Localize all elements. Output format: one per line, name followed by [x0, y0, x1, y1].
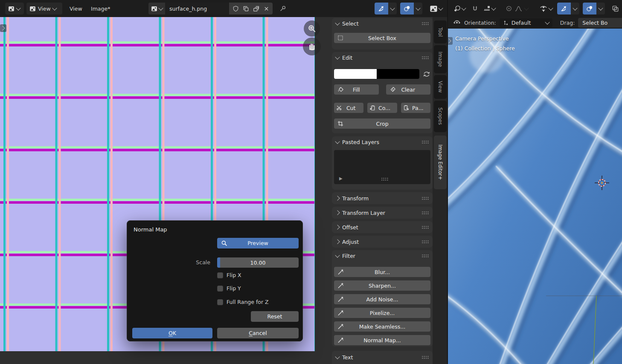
overlays-toggle[interactable]	[400, 3, 422, 14]
paste-button[interactable]: Pa...	[401, 103, 430, 113]
snap-with-dropdown[interactable]	[480, 3, 498, 14]
flip-y-label: Flip Y	[227, 285, 241, 292]
panel-select: Select Select Box	[332, 18, 433, 49]
panel-adjust-header[interactable]: Adjust	[332, 236, 433, 248]
orientation-dropdown[interactable]: Default	[500, 18, 552, 27]
viewport-3d[interactable]: Camera Perspective (1) Collection | Sphe…	[448, 29, 622, 364]
image-name-field[interactable]: surface_h.png	[165, 3, 229, 14]
display-channels-dropdown[interactable]	[427, 3, 445, 14]
grip-handle[interactable]	[421, 211, 429, 214]
tab-image-editor-plus[interactable]: Image Editor+	[434, 136, 447, 189]
gizmo-arrow-icon[interactable]	[375, 3, 388, 14]
render-passes-button[interactable]	[609, 3, 622, 14]
copy-button[interactable]: Co...	[367, 103, 397, 113]
filter-pixelize-button[interactable]: Pixelize...	[334, 308, 430, 318]
swap-colors-icon[interactable]	[423, 70, 430, 78]
filter-normal-map-button[interactable]: Normal Map...	[334, 335, 430, 345]
panel-edit-header[interactable]: Edit	[332, 52, 433, 63]
gizmo-dropdown[interactable]	[388, 3, 397, 14]
wand-icon	[337, 283, 344, 289]
flip-x-checkbox[interactable]	[217, 272, 223, 278]
pivot-point-dropdown[interactable]	[451, 3, 468, 14]
grip-handle[interactable]	[421, 254, 429, 257]
cursor-3d-icon[interactable]	[594, 175, 610, 191]
filter-sharpen-button[interactable]: Sharpen...	[334, 280, 430, 291]
panel-offset-header[interactable]: Offset	[332, 221, 433, 233]
panel-offset: Offset	[332, 221, 433, 233]
preview-button[interactable]: Preview	[217, 238, 299, 248]
mode-selector[interactable]: View	[26, 3, 62, 14]
viewport-overlays-toggle[interactable]	[583, 3, 605, 14]
fake-user-shield-icon[interactable]	[231, 3, 240, 14]
panel-title: Select	[342, 20, 359, 27]
pan-hand-nav-button[interactable]	[303, 38, 321, 55]
tab-image[interactable]: Image	[434, 45, 447, 73]
flip-y-checkbox[interactable]	[217, 286, 223, 292]
new-image-copy-icon[interactable]	[241, 3, 250, 14]
ok-button[interactable]: OK	[132, 328, 212, 338]
fill-button[interactable]: Fill	[334, 84, 379, 95]
scale-slider[interactable]: 10.00	[217, 257, 299, 268]
viewport-gizmo-dropdown[interactable]	[571, 3, 579, 14]
toolbar-toggle-arrow[interactable]	[0, 24, 6, 32]
crop-button[interactable]: Crop	[334, 118, 430, 129]
full-range-checkbox[interactable]	[217, 299, 223, 305]
wand-icon	[337, 296, 344, 303]
viewport-gizmos-toggle[interactable]	[557, 3, 579, 14]
menu-view[interactable]: View	[67, 3, 85, 14]
sidebar-toggle-arrow[interactable]	[448, 37, 453, 45]
secondary-color-swatch[interactable]	[377, 69, 419, 79]
pasted-layers-list[interactable]: ▶	[334, 150, 430, 184]
grip-handle[interactable]	[421, 140, 429, 144]
proportional-edit-toggle[interactable]	[503, 3, 531, 14]
grip-handle[interactable]	[421, 355, 429, 359]
axis-move-icon	[503, 20, 509, 26]
browse-image-button[interactable]	[148, 3, 165, 14]
overlays-dropdown[interactable]	[414, 3, 422, 14]
panel-transform-layer-header[interactable]: Transform Layer	[332, 207, 433, 219]
grip-handle[interactable]	[421, 56, 429, 59]
grip-handle[interactable]	[421, 196, 429, 200]
panel-transform-header[interactable]: Transform	[332, 192, 433, 204]
grip-handle[interactable]	[421, 225, 429, 229]
grip-handle[interactable]	[421, 22, 429, 25]
panel-pasted-layers-header[interactable]: Pasted Layers	[332, 136, 433, 147]
filter-make-seamless-button[interactable]: Make Seamless...	[334, 321, 430, 332]
panel-select-header[interactable]: Select	[332, 18, 433, 29]
filter-add-noise-button[interactable]: Add Noise...	[334, 294, 430, 304]
image-editor-icon	[8, 6, 15, 12]
reset-button[interactable]: Reset	[251, 311, 299, 322]
panel-title: Filter	[342, 253, 355, 259]
cancel-button[interactable]: Cancel	[217, 328, 299, 338]
zoom-in-nav-button[interactable]	[304, 20, 320, 37]
overlays-sphere-icon[interactable]	[400, 3, 414, 14]
pin-icon[interactable]	[276, 3, 289, 14]
drag-mode-dropdown[interactable]: Select Bo	[578, 18, 622, 28]
grip-handle[interactable]	[421, 240, 429, 243]
select-box-button[interactable]: Select Box	[334, 33, 430, 43]
gizmos-toggle[interactable]	[375, 3, 397, 14]
expand-triangle-icon[interactable]: ▶	[339, 176, 343, 181]
snap-toggle[interactable]	[471, 3, 480, 14]
primary-color-swatch[interactable]	[334, 69, 377, 79]
panel-title: Offset	[342, 224, 358, 231]
tab-scopes[interactable]: Scopes	[434, 101, 447, 132]
viewport-overlays-dropdown[interactable]	[596, 3, 605, 14]
gizmo-arrow-icon[interactable]	[557, 3, 571, 14]
pack-image-icon[interactable]	[251, 3, 261, 14]
overlays-sphere-icon[interactable]	[583, 3, 596, 14]
list-grip-handle[interactable]	[381, 177, 388, 181]
unlink-x-icon[interactable]	[262, 3, 271, 14]
panel-text-header[interactable]: Text	[332, 351, 433, 364]
cut-button[interactable]: Cut	[334, 103, 363, 113]
tab-view[interactable]: View	[434, 75, 447, 99]
tab-tool[interactable]: Tool	[434, 20, 447, 43]
clear-button[interactable]: Clear	[386, 84, 431, 95]
editor-divider[interactable]	[447, 0, 448, 364]
editor-type-dropdown[interactable]	[5, 3, 24, 14]
visibility-dropdown[interactable]	[537, 3, 555, 14]
menu-image[interactable]: Image*	[88, 3, 113, 14]
panel-filter: Filter Blur... Sharpen... Add Noise... P…	[332, 250, 433, 347]
panel-filter-header[interactable]: Filter	[332, 250, 433, 261]
filter-blur-button[interactable]: Blur...	[334, 267, 430, 277]
